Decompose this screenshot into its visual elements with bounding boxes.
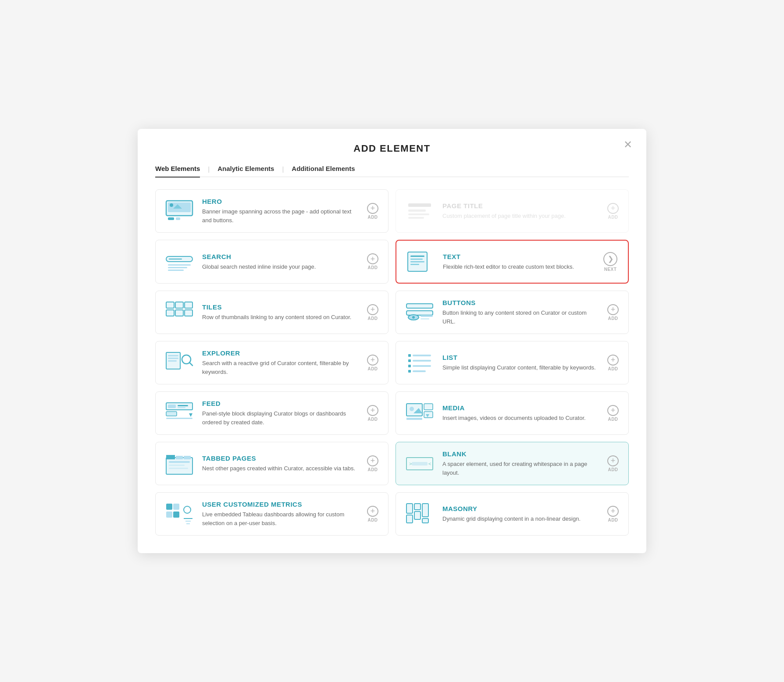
tabbed-pages-add-button[interactable]: + ADD — [364, 455, 381, 472]
svg-rect-82 — [414, 512, 421, 519]
svg-rect-4 — [168, 217, 174, 220]
svg-rect-38 — [408, 354, 411, 357]
svg-rect-66 — [169, 468, 188, 469]
svg-rect-17 — [410, 259, 423, 260]
svg-rect-43 — [413, 365, 431, 367]
buttons-icon — [404, 299, 435, 326]
search-icon — [164, 249, 195, 275]
explorer-desc: Search with a reactive grid of Curator c… — [202, 359, 357, 376]
svg-rect-26 — [406, 304, 433, 308]
svg-rect-50 — [166, 412, 177, 416]
modal-title: ADD ELEMENT — [155, 143, 629, 154]
element-card-text: TEXT Flexible rich-text editor to create… — [396, 240, 629, 284]
tiles-icon — [164, 299, 195, 326]
svg-rect-73 — [166, 512, 172, 518]
hero-add-button[interactable]: + ADD — [364, 203, 381, 220]
svg-marker-52 — [189, 413, 192, 417]
buttons-add-button[interactable]: + ADD — [605, 304, 621, 321]
masonry-add-button[interactable]: + ADD — [605, 506, 621, 522]
search-desc: Global search nested inline inside your … — [202, 263, 357, 271]
close-button[interactable]: ✕ — [624, 139, 632, 150]
element-card-user-customized-metrics: USER CUSTOMIZED METRICS Live embedded Ta… — [155, 492, 388, 536]
svg-rect-84 — [422, 519, 428, 523]
svg-rect-48 — [178, 405, 188, 406]
svg-rect-44 — [408, 370, 411, 373]
svg-text:>: > — [409, 461, 412, 466]
search-name: SEARCH — [202, 253, 357, 260]
tab-web-elements[interactable]: Web Elements — [155, 165, 200, 178]
svg-rect-19 — [410, 264, 419, 265]
explorer-name: EXPLORER — [202, 349, 357, 357]
svg-rect-49 — [178, 407, 185, 408]
explorer-add-button[interactable]: + ADD — [364, 355, 381, 371]
tiles-add-button[interactable]: + ADD — [364, 304, 381, 321]
tab-analytic-elements[interactable]: Analytic Elements — [217, 165, 274, 178]
svg-text:<: < — [428, 461, 431, 466]
page-title-desc: Custom placement of page title within yo… — [442, 212, 598, 220]
svg-rect-39 — [413, 355, 431, 356]
svg-rect-35 — [168, 360, 177, 362]
hero-icon — [164, 198, 195, 224]
tiles-name: TILES — [202, 303, 357, 311]
tab-additional-elements[interactable]: Additional Elements — [292, 165, 355, 178]
svg-rect-63 — [184, 456, 191, 459]
svg-rect-25 — [185, 310, 192, 316]
masonry-desc: Dynamic grid displaying content in a non… — [442, 515, 598, 523]
elements-grid: HERO Banner image spanning across the pa… — [155, 189, 629, 536]
tabbed-pages-desc: Nest other pages created within Curator,… — [202, 464, 357, 473]
element-card-hero: HERO Banner image spanning across the pa… — [155, 189, 388, 233]
svg-rect-42 — [408, 365, 411, 367]
list-add-button[interactable]: + ADD — [605, 355, 621, 371]
list-desc: Simple list displaying Curator content, … — [442, 363, 598, 372]
svg-rect-12 — [168, 264, 191, 266]
element-card-masonry: MASONRY Dynamic grid displaying content … — [396, 492, 629, 536]
svg-rect-8 — [408, 213, 429, 215]
svg-rect-27 — [406, 311, 433, 315]
element-card-list: LIST Simple list displaying Curator cont… — [396, 341, 629, 384]
media-name: MEDIA — [442, 404, 598, 412]
svg-rect-57 — [424, 404, 433, 410]
element-card-explorer: EXPLORER Search with a reactive grid of … — [155, 341, 388, 384]
svg-rect-74 — [173, 512, 179, 518]
svg-rect-61 — [166, 455, 175, 459]
feed-icon — [164, 400, 195, 426]
blank-desc: A spacer element, used for creating whit… — [442, 460, 598, 477]
svg-rect-83 — [406, 515, 413, 523]
svg-rect-72 — [173, 504, 179, 510]
user-customized-metrics-desc: Live embedded Tableau dashboards allowin… — [202, 510, 357, 527]
svg-rect-9 — [408, 217, 424, 219]
feed-add-button[interactable]: + ADD — [364, 405, 381, 422]
svg-rect-71 — [166, 504, 172, 510]
media-icon — [404, 400, 435, 426]
svg-rect-41 — [413, 360, 431, 362]
text-next-button[interactable]: ❯ NEXT — [600, 251, 621, 272]
element-card-media: MEDIA Insert images, videos or documents… — [396, 391, 629, 435]
media-add-button[interactable]: + ADD — [605, 405, 621, 422]
search-add-button[interactable]: + ADD — [364, 253, 381, 270]
svg-rect-62 — [176, 456, 183, 459]
svg-rect-79 — [406, 504, 413, 513]
svg-rect-30 — [421, 315, 433, 317]
tab-bar: Web Elements | Analytic Elements | Addit… — [155, 165, 629, 178]
element-card-tiles: TILES Row of thumbnails linking to any c… — [155, 291, 388, 334]
svg-point-2 — [170, 203, 173, 207]
page-title-add-button[interactable]: + ADD — [605, 203, 621, 220]
svg-rect-70 — [412, 462, 428, 465]
element-card-page-title: PAGE TITLE Custom placement of page titl… — [396, 189, 629, 233]
explorer-icon — [164, 350, 195, 376]
element-card-search: SEARCH Global search nested inline insid… — [155, 240, 388, 284]
blank-name: BLANK — [442, 450, 598, 458]
text-name: TEXT — [443, 253, 593, 260]
svg-rect-64 — [169, 461, 190, 463]
svg-rect-34 — [168, 358, 178, 359]
svg-rect-31 — [421, 318, 429, 320]
list-name: LIST — [442, 354, 598, 361]
blank-add-button[interactable]: + ADD — [605, 455, 621, 472]
user-customized-metrics-add-button[interactable]: + ADD — [364, 506, 381, 522]
svg-line-37 — [189, 362, 192, 366]
svg-point-54 — [410, 407, 414, 411]
svg-rect-24 — [175, 310, 183, 316]
user-customized-metrics-name: USER CUSTOMIZED METRICS — [202, 501, 357, 508]
add-element-modal: ADD ELEMENT ✕ Web Elements | Analytic El… — [138, 129, 646, 554]
masonry-name: MASONRY — [442, 505, 598, 512]
